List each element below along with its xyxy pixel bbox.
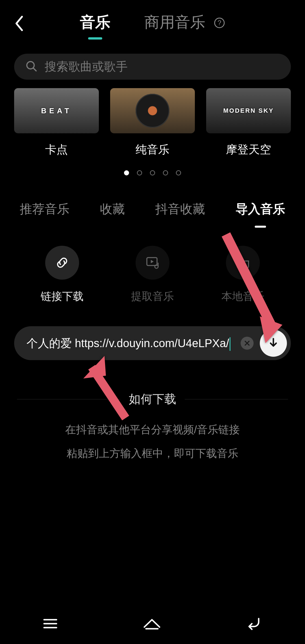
category-thumbnail: BEAT: [14, 88, 99, 133]
category-thumbnail: MODERN SKY: [206, 88, 291, 133]
svg-line-3: [33, 68, 36, 71]
divider: [185, 399, 288, 399]
tab-recommended[interactable]: 推荐音乐: [20, 201, 69, 217]
url-input-bar: 个人的爱 https://v.douyin.com/U4eLPXa/: [14, 326, 291, 360]
option-label: 提取音乐: [131, 289, 174, 304]
category-card[interactable]: BEAT 卡点: [14, 88, 99, 157]
carousel-dots: [0, 170, 305, 175]
category-title: 卡点: [45, 142, 68, 157]
category-card[interactable]: MODERN SKY 摩登天空: [206, 88, 291, 157]
url-value: 个人的爱 https://v.douyin.com/U4eLPXa/: [27, 337, 229, 349]
tab-label: 商用音乐: [144, 14, 205, 31]
folder-icon: [226, 246, 260, 280]
search-input[interactable]: 搜索歌曲或歌手: [14, 54, 291, 80]
system-back-button[interactable]: [245, 616, 263, 632]
close-icon: [244, 340, 250, 346]
top-tabs: 音乐 商用音乐 ?: [11, 12, 294, 36]
svg-marker-5: [151, 260, 154, 263]
category-cover-text: MODERN SKY: [223, 107, 274, 114]
system-navbar: [0, 604, 305, 644]
dot[interactable]: [176, 170, 181, 175]
tab-music[interactable]: 音乐: [80, 12, 110, 36]
clear-button[interactable]: [241, 337, 254, 350]
import-options: 链接下载 提取音乐 本地音乐: [17, 246, 288, 304]
category-thumbnail: [110, 88, 195, 133]
search-icon: [25, 60, 37, 73]
howto-section: 如何下载 在抖音或其他平台分享视频/音乐链接 粘贴到上方输入框中，即可下载音乐: [0, 391, 305, 464]
dot[interactable]: [137, 170, 142, 175]
link-icon: [45, 246, 79, 280]
category-title: 纯音乐: [136, 142, 169, 157]
search-placeholder: 搜索歌曲或歌手: [45, 59, 128, 75]
download-button[interactable]: [260, 330, 287, 357]
url-input[interactable]: 个人的爱 https://v.douyin.com/U4eLPXa/: [27, 336, 234, 351]
svg-text:?: ?: [217, 19, 221, 27]
category-carousel[interactable]: BEAT 卡点 纯音乐 MODERN SKY 摩登天空: [14, 88, 291, 157]
download-icon: [267, 337, 280, 349]
howto-line2: 粘贴到上方输入框中，即可下载音乐: [0, 443, 305, 464]
category-cover-text: BEAT: [41, 106, 72, 115]
tab-favorites[interactable]: 收藏: [100, 201, 125, 217]
header: 音乐 商用音乐 ?: [0, 0, 305, 48]
tab-import-music[interactable]: 导入音乐: [236, 201, 285, 217]
tab-douyin-favorites[interactable]: 抖音收藏: [155, 201, 205, 217]
recents-button[interactable]: [42, 617, 59, 632]
option-label: 链接下载: [41, 289, 84, 304]
help-icon[interactable]: ?: [214, 15, 225, 32]
video-music-icon: [136, 246, 169, 280]
sub-tabs: 推荐音乐 收藏 抖音收藏 导入音乐: [20, 201, 285, 217]
option-label: 本地音乐: [221, 289, 264, 304]
dot[interactable]: [150, 170, 155, 175]
record-icon: [136, 94, 169, 128]
howto-line1: 在抖音或其他平台分享视频/音乐链接: [0, 419, 305, 440]
howto-title: 如何下载: [129, 391, 176, 407]
home-button[interactable]: [142, 616, 162, 632]
category-card[interactable]: 纯音乐: [110, 88, 195, 157]
dot[interactable]: [124, 170, 129, 175]
text-cursor: [230, 337, 230, 351]
tab-commercial-music[interactable]: 商用音乐 ?: [144, 12, 225, 36]
category-title: 摩登天空: [226, 142, 271, 157]
divider: [17, 399, 120, 399]
dot[interactable]: [163, 170, 168, 175]
option-extract-music[interactable]: 提取音乐: [131, 246, 174, 304]
search-container: 搜索歌曲或歌手: [14, 54, 291, 80]
back-button[interactable]: [14, 16, 24, 32]
option-local-music[interactable]: 本地音乐: [221, 246, 264, 304]
option-link-download[interactable]: 链接下载: [41, 246, 84, 304]
tab-label: 音乐: [80, 14, 110, 31]
